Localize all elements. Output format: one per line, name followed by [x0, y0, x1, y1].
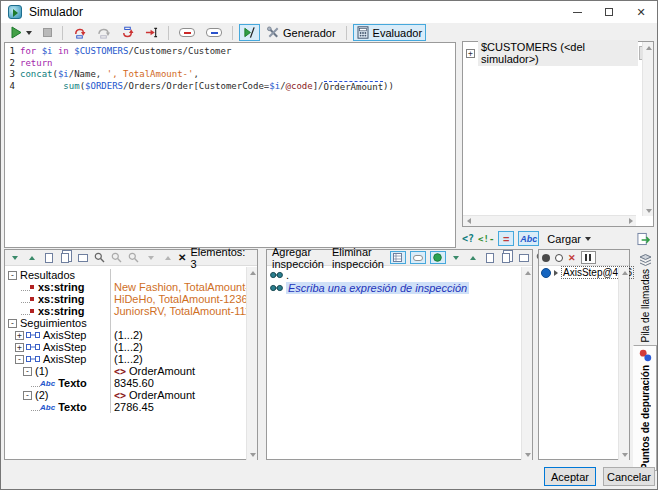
- glasses-icon: [270, 284, 283, 292]
- find-next-button[interactable]: [110, 251, 123, 264]
- collapse-icon[interactable]: -: [8, 271, 17, 280]
- results-tree: -Resultados xs:string New Fashion, Total…: [5, 266, 257, 413]
- context-variable-label[interactable]: $CUSTOMERS (<del simulador>): [478, 40, 638, 66]
- tree-row-text[interactable]: AbcTexto 8345.60: [5, 377, 257, 389]
- move-down-button[interactable]: [144, 251, 157, 264]
- tree-row-resultados[interactable]: -Resultados: [5, 269, 257, 281]
- breakpoint-icon: [179, 28, 195, 37]
- expand-icon[interactable]: +: [15, 331, 24, 340]
- collapse-icon[interactable]: -: [23, 367, 32, 376]
- code-editor[interactable]: 1 for $i in $CUSTOMERS/Customers/Custome…: [4, 42, 456, 248]
- show-text-toggle[interactable]: Abc: [518, 231, 539, 246]
- tab-breakpoints[interactable]: Puntos de depuración: [633, 345, 657, 471]
- expand-icon[interactable]: +: [466, 49, 475, 58]
- find-button[interactable]: [93, 251, 106, 264]
- watch-view-toggle-1[interactable]: [390, 251, 406, 264]
- generator-button[interactable]: Generador: [263, 24, 340, 41]
- xml-declaration-icon[interactable]: <?: [462, 233, 474, 244]
- ok-button[interactable]: Aceptar: [544, 467, 596, 486]
- watch-next-button[interactable]: [450, 251, 463, 264]
- remove-watch-button[interactable]: Eliminar inspección: [330, 246, 386, 270]
- run-button[interactable]: [6, 24, 36, 41]
- insert-tracepoint-button[interactable]: [202, 24, 226, 41]
- tree-row-index[interactable]: -(1) <>OrderAmount: [5, 365, 257, 377]
- enabled-breakpoint-icon[interactable]: [542, 254, 550, 262]
- step-over-button[interactable]: [93, 24, 114, 41]
- watch-copy-table-button[interactable]: [518, 251, 531, 264]
- show-equals-toggle[interactable]: =: [498, 231, 514, 246]
- results-vertical-scrollbar[interactable]: [246, 267, 257, 460]
- cancel-button[interactable]: Cancelar: [603, 467, 655, 486]
- tree-row-string[interactable]: xs:string New Fashion, TotalAmount-9450.…: [5, 281, 257, 293]
- tree-row-seguimientos[interactable]: -Seguimientos: [5, 317, 257, 329]
- watch-row-placeholder[interactable]: Escriba una expresión de inspección: [267, 281, 532, 294]
- chevron-right-icon[interactable]: [554, 270, 558, 276]
- string-bullet-icon: [30, 309, 34, 313]
- app-icon: [8, 5, 22, 19]
- table-icon: [78, 254, 88, 262]
- tree-row-axisstep[interactable]: +AxisStep (1...2): [5, 329, 257, 341]
- watch-row[interactable]: .: [267, 268, 532, 281]
- code-text: [20, 81, 63, 94]
- prev-result-button[interactable]: [25, 251, 38, 264]
- expand-icon[interactable]: +: [15, 343, 24, 352]
- insert-breakpoint-button[interactable]: [175, 24, 199, 41]
- watch-view-toggle-3[interactable]: [430, 251, 446, 264]
- context-vertical-scrollbar[interactable]: [642, 42, 653, 216]
- watch-prev-button[interactable]: [467, 251, 480, 264]
- step-into-button[interactable]: [69, 24, 90, 41]
- watch-toolbar: Agregar inspección Eliminar inspección: [267, 250, 532, 266]
- collapse-icon[interactable]: -: [23, 391, 32, 400]
- disabled-breakpoint-icon[interactable]: [555, 254, 563, 262]
- evaluator-button[interactable]: Evaluador: [353, 24, 427, 41]
- tree-row-string[interactable]: xs:string JuniorsRV, TotalAmount-11132.0…: [5, 305, 257, 317]
- line-number: 4: [5, 81, 15, 94]
- toolbar-separator: [62, 26, 63, 40]
- element-icon: <>: [114, 366, 126, 377]
- tab-call-stack[interactable]: Pila de llamadas: [633, 250, 657, 343]
- close-button[interactable]: ✕: [625, 1, 657, 23]
- watch-vertical-scrollbar[interactable]: [521, 267, 532, 460]
- maximize-button[interactable]: [593, 1, 625, 23]
- context-source-panel: + $CUSTOMERS (<del simulador>): [462, 41, 654, 227]
- step-out-button[interactable]: [117, 24, 138, 41]
- find-prev-button[interactable]: [127, 251, 140, 264]
- apply-document-button[interactable]: [637, 232, 650, 245]
- pause-toggle-button[interactable]: [581, 251, 596, 264]
- watch-copy-cell-button[interactable]: [484, 251, 497, 264]
- trace-toggle-button[interactable]: [239, 24, 260, 41]
- minimize-button[interactable]: [561, 1, 593, 23]
- run-to-cursor-button[interactable]: [141, 24, 162, 41]
- document-check-icon: [637, 232, 650, 246]
- tree-row-string[interactable]: xs:string HiDeHo, TotalAmount-12366.88: [5, 293, 257, 305]
- load-dropdown-button[interactable]: Cargar: [543, 231, 595, 246]
- tree-row-text[interactable]: AbcTexto 2786.45: [5, 401, 257, 413]
- collapse-icon[interactable]: -: [8, 319, 17, 328]
- copy-cell-button[interactable]: [42, 251, 55, 264]
- breakpoint-row[interactable]: AxisStep@4:56: [539, 266, 629, 279]
- copy-rows-button[interactable]: [59, 251, 72, 264]
- move-up-button[interactable]: [161, 251, 174, 264]
- node-label: AxisStep: [43, 353, 86, 365]
- tree-row-axisstep[interactable]: +AxisStep (1...2): [5, 341, 257, 353]
- context-horizontal-scrollbar[interactable]: [463, 215, 636, 226]
- tree-row-axisstep[interactable]: -AxisStep (1...2): [5, 353, 257, 365]
- watch-view-toggle-2[interactable]: [410, 251, 426, 264]
- tree-row-index[interactable]: -(2) <>OrderAmount: [5, 389, 257, 401]
- add-watch-button[interactable]: Agregar inspección: [270, 246, 326, 270]
- next-result-button[interactable]: [8, 251, 21, 264]
- copy-table-button[interactable]: [76, 251, 89, 264]
- watch-placeholder-text[interactable]: Escriba una expresión de inspección: [286, 282, 469, 294]
- collapse-icon[interactable]: -: [15, 355, 24, 364]
- code-keyword: return: [20, 58, 53, 70]
- delete-breakpoint-button[interactable]: ✕: [568, 253, 576, 263]
- scroll-right-icon: [629, 218, 633, 224]
- run-dropdown-icon: [26, 31, 32, 35]
- watch-copy-rows-button[interactable]: [501, 251, 514, 264]
- comment-icon[interactable]: <!-: [478, 234, 494, 244]
- clear-results-button[interactable]: ✕: [178, 252, 186, 263]
- scroll-up-icon: [525, 271, 531, 275]
- equals-icon: =: [503, 233, 509, 245]
- breakpoints-vertical-scrollbar[interactable]: [618, 267, 629, 460]
- stop-button[interactable]: [39, 24, 56, 41]
